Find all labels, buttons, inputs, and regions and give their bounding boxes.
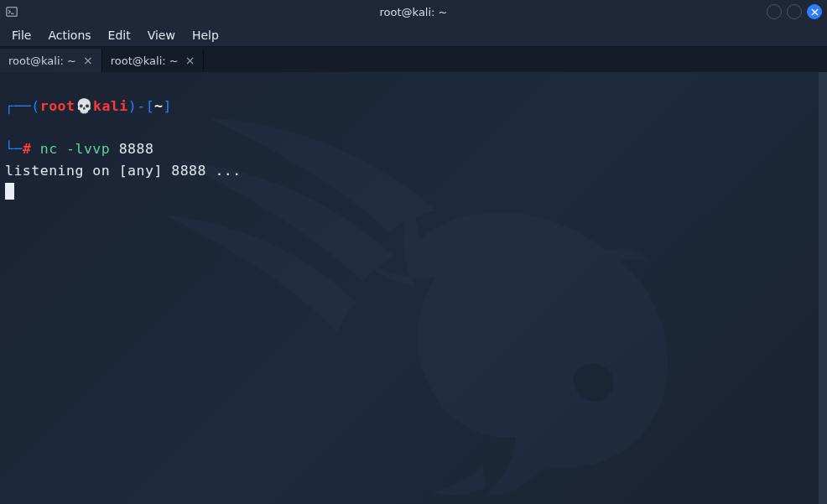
- prompt-bracket-open: [: [146, 98, 154, 114]
- window-controls: [767, 4, 822, 19]
- tab-label: root@kali: ~: [8, 55, 76, 67]
- svg-rect-0: [7, 8, 17, 17]
- terminal-content: ┌──(root💀kali)-[~] └─# nc -lvvp 8888 lis…: [0, 72, 827, 208]
- prompt-paren-close: ): [128, 98, 137, 114]
- window-title: root@kali: ~: [380, 6, 448, 18]
- tabbar: root@kali: ~ × root@kali: ~ ×: [0, 47, 827, 72]
- command-text: nc -lvvp: [40, 141, 110, 157]
- prompt-hash: #: [23, 141, 31, 157]
- terminal-icon: [5, 5, 18, 18]
- prompt-dash: -: [137, 98, 145, 114]
- menu-edit[interactable]: Edit: [100, 25, 139, 45]
- tab-label: root@kali: ~: [111, 55, 179, 67]
- prompt-bracket-close: ]: [164, 98, 172, 114]
- prompt-cwd: ~: [154, 98, 163, 114]
- skull-icon: 💀: [75, 98, 94, 114]
- tab-2[interactable]: root@kali: ~ ×: [102, 49, 205, 72]
- prompt-user: root: [40, 98, 75, 114]
- cursor: [5, 183, 14, 200]
- menu-actions[interactable]: Actions: [39, 25, 99, 45]
- prompt-corner-top: ┌──: [5, 98, 31, 114]
- minimize-button[interactable]: [767, 4, 782, 19]
- scrollbar[interactable]: [819, 72, 827, 504]
- menu-help[interactable]: Help: [184, 25, 227, 45]
- tab-1[interactable]: root@kali: ~ ×: [0, 49, 102, 72]
- menubar: File Actions Edit View Help: [0, 23, 827, 47]
- prompt-corner-bottom: └─: [5, 141, 23, 157]
- command-arg: 8888: [119, 141, 154, 157]
- prompt-paren-open: (: [31, 98, 39, 114]
- menu-view[interactable]: View: [139, 25, 184, 45]
- prompt-host: kali: [93, 98, 128, 114]
- titlebar: root@kali: ~: [0, 0, 827, 23]
- tab-close-icon[interactable]: ×: [185, 55, 195, 66]
- tab-close-icon[interactable]: ×: [83, 55, 93, 66]
- terminal-area[interactable]: ┌──(root💀kali)-[~] └─# nc -lvvp 8888 lis…: [0, 72, 827, 504]
- output-line: listening on [any] 8888 ...: [5, 163, 242, 179]
- maximize-button[interactable]: [787, 4, 802, 19]
- menu-file[interactable]: File: [3, 25, 39, 45]
- close-button[interactable]: [807, 4, 822, 19]
